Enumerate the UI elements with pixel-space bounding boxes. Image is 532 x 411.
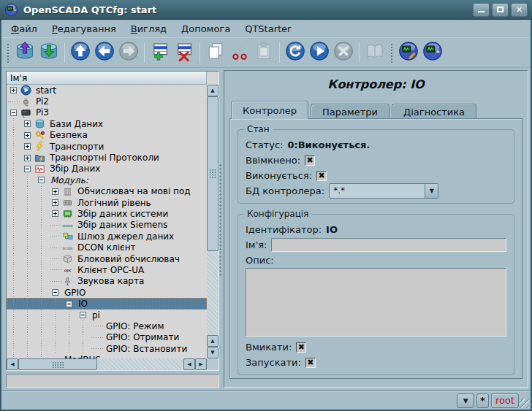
- menu-item[interactable]: Редагування: [45, 21, 123, 37]
- menu-item[interactable]: QTStarter: [238, 21, 297, 37]
- tree-row[interactable]: opcКлієнт OPC-UA: [7, 264, 207, 275]
- tree-expander[interactable]: +: [24, 155, 31, 161]
- tab-active[interactable]: Контролер: [231, 101, 308, 119]
- running-checkbox[interactable]: ✖: [316, 171, 327, 181]
- menu-item[interactable]: Файл: [4, 21, 44, 37]
- cut-item-button[interactable]: [228, 40, 251, 65]
- tree-row[interactable]: +Безпека: [7, 130, 207, 141]
- status-dropdown-button[interactable]: ▼: [457, 393, 474, 408]
- maximize-button[interactable]: [492, 3, 509, 17]
- tab-inactive[interactable]: Діагностика: [392, 104, 476, 119]
- tree-row[interactable]: GPIO: Режим: [7, 320, 207, 331]
- scroll-right-button[interactable]: ▶: [195, 358, 207, 370]
- tree-horizontal-scrollbar[interactable]: ◀ ◀ ▶: [7, 358, 207, 370]
- to-start-checkbox[interactable]: ✖: [305, 358, 316, 368]
- tree-expander[interactable]: +: [24, 120, 31, 127]
- scrollbar-thumb[interactable]: [207, 96, 218, 251]
- close-button[interactable]: ✕: [511, 3, 528, 17]
- titlebar[interactable]: OpenSCADA QTCfg: start ✕: [0, 0, 532, 20]
- go-forward-button[interactable]: [117, 40, 140, 65]
- tree-expander[interactable]: −: [38, 177, 45, 183]
- tree-row[interactable]: +Обчислювач на мові под: [7, 186, 207, 197]
- menu-item[interactable]: Вигляд: [124, 21, 173, 37]
- tree-row[interactable]: −IO: [7, 298, 207, 309]
- tree-expander[interactable]: +: [24, 132, 31, 139]
- tree-expander[interactable]: +: [52, 210, 58, 217]
- descr-field[interactable]: [246, 268, 506, 337]
- tree-row[interactable]: −GPIO: [7, 287, 207, 298]
- tree-expander[interactable]: +: [52, 188, 58, 195]
- toolbar-drag-handle[interactable]: [390, 42, 394, 63]
- to-enable-checkbox[interactable]: ✖: [296, 342, 306, 353]
- tree-row[interactable]: Шлюз джерел даних: [7, 231, 207, 242]
- delete-item-button[interactable]: [172, 40, 196, 65]
- scrollbar-track-h[interactable]: [18, 358, 183, 370]
- tree-row[interactable]: −Збір Даних: [7, 164, 207, 174]
- tree-expander[interactable]: −: [66, 301, 72, 307]
- tree-row[interactable]: +Бази Даних: [7, 118, 207, 129]
- tree-vertical-scrollbar[interactable]: ▲ ▲ ▼: [207, 85, 218, 358]
- statusbar: ▼ * root: [1, 391, 531, 410]
- scroll-up-button[interactable]: ▲: [207, 85, 218, 96]
- tree-expander[interactable]: +: [24, 143, 31, 150]
- tree-viewport[interactable]: +startPi2−cPi3+Бази Даних+Безпека+Трансп…: [7, 85, 207, 358]
- tree-guide-line: [7, 174, 20, 185]
- load-from-db-button[interactable]: [13, 40, 37, 65]
- tree-filter-input[interactable]: [6, 374, 219, 388]
- paste-item-button[interactable]: [252, 40, 276, 65]
- stop-periodic-update-button[interactable]: [332, 40, 355, 65]
- save-to-db-button[interactable]: [37, 40, 61, 65]
- tree-expander[interactable]: −: [10, 110, 17, 116]
- favorite-button[interactable]: *: [476, 393, 489, 408]
- scroll-left-button[interactable]: ◀: [7, 358, 18, 370]
- controller-db-combobox[interactable]: *.* ▼: [329, 183, 438, 199]
- tree-row[interactable]: GPIO: Встановити: [7, 343, 207, 354]
- resize-grip[interactable]: [520, 399, 529, 408]
- start-periodic-update-button[interactable]: [308, 40, 331, 65]
- tree-expander[interactable]: −: [80, 312, 86, 318]
- tree-row[interactable]: +start: [7, 85, 207, 96]
- enabled-checkbox[interactable]: ✖: [305, 155, 315, 166]
- tree-row[interactable]: −Модуль:: [7, 174, 207, 185]
- tree-guide-line: [34, 253, 48, 264]
- scrollbar-track[interactable]: [207, 96, 218, 335]
- chevron-down-icon[interactable]: ▼: [425, 184, 438, 198]
- tree-row[interactable]: SIEMENSЗбір даних Siemens: [7, 220, 207, 231]
- minimize-button[interactable]: [473, 3, 490, 17]
- scrollbar-thumb-h[interactable]: [18, 358, 97, 370]
- scroll-down-button[interactable]: ▼: [207, 347, 218, 358]
- go-up-button[interactable]: [69, 40, 92, 65]
- refresh-button[interactable]: [284, 40, 307, 65]
- tree-row[interactable]: GPIO: Отримати: [7, 332, 207, 343]
- go-back-button[interactable]: [93, 40, 116, 65]
- tree-expander[interactable]: −: [52, 289, 58, 296]
- splitter-handle[interactable]: [218, 164, 223, 277]
- tree-row[interactable]: Блоковий обчислювач: [7, 253, 207, 264]
- tree-expander[interactable]: −: [24, 166, 31, 172]
- tree-row[interactable]: Звукова карта: [7, 276, 207, 287]
- copy-item-button[interactable]: [204, 40, 227, 65]
- scroll-left-button-end[interactable]: ◀: [183, 358, 195, 370]
- tree-row[interactable]: +Збір даних системи: [7, 208, 207, 219]
- tree-row[interactable]: +Транспортні Протоколи: [7, 152, 207, 163]
- tab-inactive[interactable]: Параметри: [311, 104, 390, 119]
- user-badge[interactable]: root: [491, 393, 519, 408]
- tree-row[interactable]: DCONDCON клієнт: [7, 242, 207, 253]
- qtstarter-config-button[interactable]: [421, 40, 444, 65]
- tree-expander[interactable]: +: [10, 87, 17, 93]
- menu-item[interactable]: Допомога: [175, 21, 237, 37]
- toolbar-drag-handle[interactable]: [6, 42, 10, 63]
- tree-row[interactable]: −pi: [7, 310, 207, 320]
- add-item-button[interactable]: [148, 40, 172, 65]
- tree-row[interactable]: Pi2: [7, 96, 207, 107]
- tree-row[interactable]: +Логічний рівень: [7, 197, 207, 208]
- tree-header[interactable]: Ім'я: [7, 72, 207, 85]
- tree-expander[interactable]: +: [52, 199, 58, 206]
- tree-expander-cell: +: [20, 141, 34, 152]
- qtstarter-vision-button[interactable]: [397, 40, 420, 65]
- tree-row[interactable]: −cPi3: [7, 107, 207, 118]
- tree-row[interactable]: +Транспорти: [7, 141, 207, 152]
- manual-button[interactable]: [363, 40, 387, 65]
- scroll-up-button-bottom[interactable]: ▲: [207, 335, 218, 347]
- name-field[interactable]: [271, 238, 506, 252]
